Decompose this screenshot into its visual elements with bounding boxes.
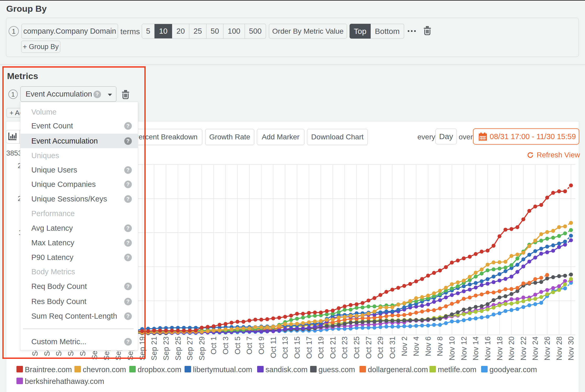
svg-text:Oct 27: Oct 27 [364,336,373,359]
svg-text:Sep 25: Sep 25 [174,336,182,360]
svg-text:Oct 13: Oct 13 [281,336,289,359]
svg-text:Oct 31: Oct 31 [388,336,397,359]
svg-text:Nov 2: Nov 2 [400,336,409,356]
svg-text:Oct 15: Oct 15 [293,336,301,359]
svg-text:Nov 28: Nov 28 [555,336,563,360]
svg-text:Sep 23: Sep 23 [162,336,170,360]
svg-text:Oct 29: Oct 29 [376,336,385,359]
svg-text:Nov 30: Nov 30 [567,336,575,360]
svg-text:Nov 22: Nov 22 [519,336,528,360]
svg-text:Nov 10: Nov 10 [448,336,456,360]
svg-text:Oct 5: Oct 5 [233,336,242,354]
svg-text:Sep 27: Sep 27 [186,336,194,360]
svg-text:Oct 3: Oct 3 [221,336,230,354]
svg-text:Oct 17: Oct 17 [305,336,313,359]
svg-text:Oct 25: Oct 25 [352,336,361,359]
svg-text:Nov 14: Nov 14 [471,336,480,360]
svg-text:Oct 23: Oct 23 [340,336,349,359]
svg-text:Oct 21: Oct 21 [329,336,337,359]
svg-text:Nov 6: Nov 6 [424,336,432,356]
svg-text:Nov 24: Nov 24 [531,336,539,360]
svg-text:Nov 26: Nov 26 [543,336,551,360]
svg-text:Sep 21: Sep 21 [150,336,158,360]
svg-text:Nov 18: Nov 18 [495,336,504,360]
svg-text:Oct 19: Oct 19 [317,336,325,359]
svg-text:Oct 1: Oct 1 [209,336,218,354]
svg-text:Sep 29: Sep 29 [198,336,206,360]
svg-text:Nov 8: Nov 8 [436,336,444,356]
svg-text:Oct 11: Oct 11 [269,336,277,358]
svg-text:Nov 4: Nov 4 [412,336,420,356]
svg-text:Oct 7: Oct 7 [245,336,253,354]
svg-text:Nov 16: Nov 16 [483,336,492,360]
svg-text:Oct 9: Oct 9 [257,336,265,354]
svg-text:Nov 20: Nov 20 [507,336,516,360]
svg-text:Nov 12: Nov 12 [460,336,468,360]
